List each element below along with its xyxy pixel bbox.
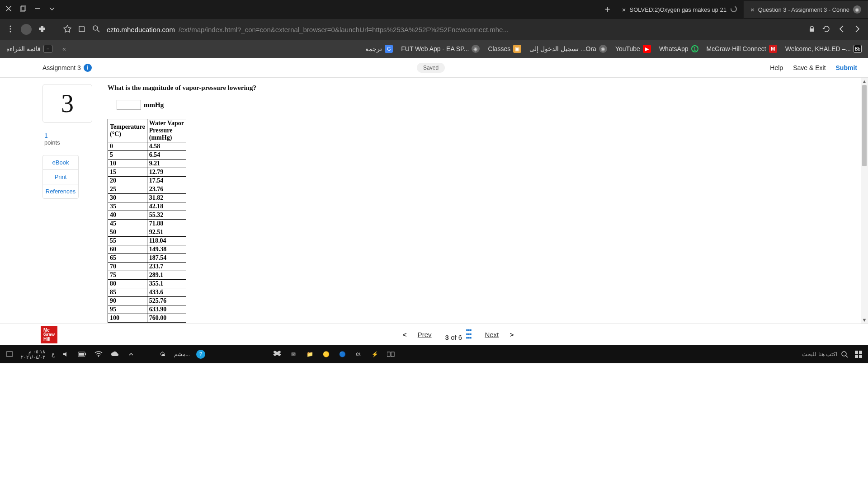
table-row: 3542.18 [108,202,186,211]
bookmark-fut[interactable]: FUT Web App - EA SP...◉ [401,45,480,53]
table-row: 90525.76 [108,297,186,305]
bookmark-oracle[interactable]: تسجيل الدخول إلى ...Ora◉ [529,45,607,53]
battery-icon[interactable] [77,349,87,359]
blackboard-icon: Bb [854,45,862,53]
scroll-down-icon[interactable]: ▼ [862,316,867,324]
svg-rect-16 [391,352,394,357]
print-link[interactable]: Print [43,169,78,184]
lock-icon[interactable] [808,25,816,34]
dropbox-icon[interactable] [272,349,282,359]
bookmark-youtube[interactable]: YouTube▶ [615,45,651,53]
clock[interactable]: ٠٥:١٨ م ٢٠٢١/٠٤/٠٣ [21,349,45,360]
minimize-icon[interactable] [34,5,41,14]
help-circle-icon[interactable]: ? [196,350,205,359]
svg-rect-21 [855,355,858,358]
back-icon[interactable] [837,24,846,35]
save-exit-button[interactable]: Save & Exit [793,64,826,71]
chevron-left-icon[interactable]: « [61,45,68,52]
wifi-icon[interactable] [94,349,104,359]
volume-icon[interactable] [61,349,71,359]
answer-input[interactable] [117,100,141,110]
table-row: 85433.6 [108,288,186,297]
table-row: 56.54 [108,151,186,160]
url-host: ezto.mheducation.com [107,26,175,33]
window-titlebar: + × SOLVED:2)Oxygen gas makes up 21 × Qu… [0,0,868,19]
ebook-link[interactable]: eBook [43,155,78,169]
bookmark-star-icon[interactable] [63,25,71,34]
new-tab-button[interactable]: + [599,5,616,15]
collections-icon[interactable] [78,25,86,34]
chevron-down-icon[interactable] [49,5,55,14]
file-explorer-icon[interactable]: 📁 [305,349,315,359]
bookmark-whatsapp[interactable]: WhatsApp1 [659,45,698,52]
scrollbar[interactable]: ▲ ▼ [861,78,868,324]
taskview-icon[interactable] [386,349,396,359]
pager-position: 3 of 6 ▪▪▪▪▪▪▪▪▪ [445,328,472,341]
extensions-icon[interactable] [38,25,46,34]
search-icon [841,351,848,358]
table-row: 1512.79 [108,168,186,177]
grid-icon[interactable]: ▪▪▪▪▪▪▪▪▪ [466,328,472,339]
forward-icon[interactable] [853,24,862,35]
reading-list-button[interactable]: قائمة القراءة ≡ [6,45,52,53]
submit-button[interactable]: Submit [836,64,857,71]
bookmarks-bar: قائمة القراءة ≡ « ترجمةG FUT Web App - E… [0,40,868,58]
store-icon[interactable]: 🛍 [354,349,363,359]
table-row: 65187.54 [108,254,186,263]
profile-avatar[interactable] [21,24,32,35]
mcgraw-icon: M [769,45,777,53]
mail-icon[interactable]: ✉ [288,349,298,359]
answer-unit: mmHg [144,101,164,109]
col-temperature: Temperature(°C) [108,119,147,142]
language-indicator[interactable]: ع [52,351,55,357]
scroll-up-icon[interactable]: ▲ [862,78,867,85]
references-link[interactable]: References [43,184,78,198]
globe-icon: ◉ [599,45,607,53]
table-row: 5092.51 [108,228,186,237]
translate-icon: G [385,45,393,53]
notifications-icon[interactable] [5,349,14,359]
edge-icon[interactable]: 🔵 [337,349,347,359]
bookmark-welcome[interactable]: Welcome, KHALED –...Bb [785,45,862,53]
tab-solved[interactable]: × SOLVED:2)Oxygen gas makes up 21 [616,1,744,19]
next-button[interactable]: Next > [485,331,514,338]
table-row: 4055.32 [108,211,186,220]
close-icon[interactable]: × [750,6,755,14]
app-icon[interactable]: ⚡ [370,349,380,359]
svg-line-8 [97,30,99,32]
svg-point-17 [842,352,846,356]
globe-icon: ◉ [853,5,861,14]
globe-icon: ◉ [472,45,480,53]
bookmark-mcgraw[interactable]: McGraw-Hill ConnectM [707,45,777,53]
vapor-pressure-table: Temperature(°C) Water VaporPressure(mmHg… [108,119,186,323]
svg-rect-13 [79,353,84,356]
tab-question3[interactable]: × Question 3 - Assignment 3 - Conne ◉ [744,1,868,18]
scroll-thumb[interactable] [862,85,867,166]
prev-button[interactable]: < Prev [403,331,432,338]
search-icon[interactable] [92,25,100,34]
svg-point-3 [731,6,736,12]
close-icon[interactable]: × [622,6,626,14]
svg-point-7 [93,26,98,30]
menu-icon[interactable] [6,25,14,34]
svg-rect-20 [859,351,862,354]
close-icon[interactable] [5,5,12,14]
info-icon[interactable]: i [84,64,92,72]
col-vapor-pressure: Water VaporPressure(mmHg) [147,119,186,142]
cloud-icon[interactable] [110,349,120,359]
chevron-up-icon[interactable] [126,349,136,359]
help-button[interactable]: Help [770,64,783,71]
url-display[interactable]: ezto.mheducation.com/ext/map/index.html?… [107,26,802,33]
bookmark-translate[interactable]: ترجمةG [365,45,393,53]
refresh-icon[interactable] [822,24,831,35]
content-area: 3 1 points eBook Print References What i… [0,78,868,324]
start-icon[interactable] [854,349,863,359]
weather-icon[interactable]: 🌤 [158,349,168,359]
weather-text[interactable]: مشم... [174,351,190,357]
restore-icon[interactable] [20,5,26,14]
windows-taskbar: ٠٥:١٨ م ٢٠٢١/٠٤/٠٣ ع 🌤 مشم... ? ✉ 📁 🟡 🔵 … [0,345,868,363]
search-box[interactable]: اكتب هنا للبحث [802,351,848,358]
bookmark-classes[interactable]: Classes▣ [488,45,521,53]
svg-point-5 [10,28,11,29]
chrome-icon[interactable]: 🟡 [321,349,331,359]
